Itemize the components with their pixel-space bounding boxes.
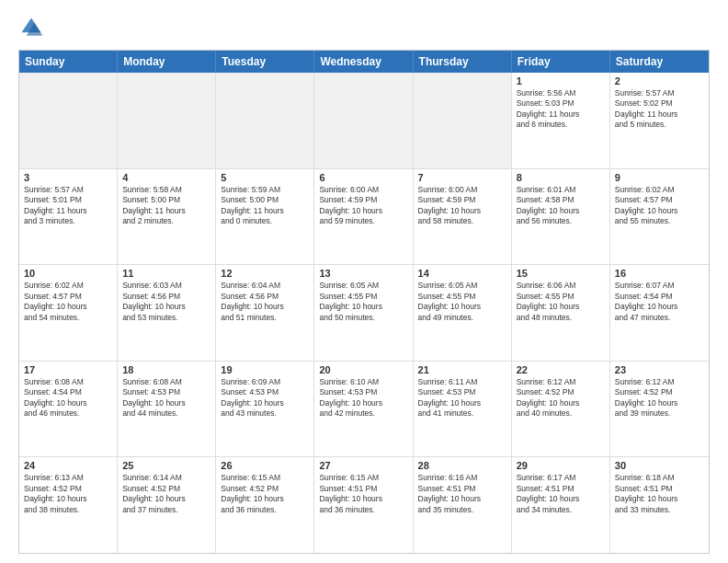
day-cell: 30Sunrise: 6:18 AMSunset: 4:51 PMDayligh… <box>610 457 709 553</box>
day-number: 10 <box>24 268 112 279</box>
day-info: Sunrise: 6:12 AMSunset: 4:52 PMDaylight:… <box>517 377 605 419</box>
day-number: 1 <box>517 75 605 86</box>
day-cell: 4Sunrise: 5:58 AMSunset: 5:00 PMDaylight… <box>118 169 216 265</box>
day-cell: 7Sunrise: 6:00 AMSunset: 4:59 PMDaylight… <box>414 169 512 265</box>
day-cell: 9Sunrise: 6:02 AMSunset: 4:57 PMDaylight… <box>610 169 709 265</box>
day-number: 23 <box>615 364 704 375</box>
day-info: Sunrise: 6:08 AMSunset: 4:54 PMDaylight:… <box>24 377 112 419</box>
day-cell: 8Sunrise: 6:01 AMSunset: 4:58 PMDaylight… <box>512 169 610 265</box>
day-info: Sunrise: 5:57 AMSunset: 5:01 PMDaylight:… <box>24 185 112 227</box>
logo <box>18 15 48 40</box>
day-info: Sunrise: 6:02 AMSunset: 4:57 PMDaylight:… <box>615 185 704 227</box>
day-cell: 10Sunrise: 6:02 AMSunset: 4:57 PMDayligh… <box>19 265 118 361</box>
day-cell: 25Sunrise: 6:14 AMSunset: 4:52 PMDayligh… <box>118 457 216 553</box>
calendar-row: 10Sunrise: 6:02 AMSunset: 4:57 PMDayligh… <box>19 265 709 362</box>
calendar-header: SundayMondayTuesdayWednesdayThursdayFrid… <box>19 51 709 73</box>
day-number: 4 <box>122 172 210 183</box>
day-info: Sunrise: 6:07 AMSunset: 4:54 PMDaylight:… <box>615 281 704 323</box>
calendar: SundayMondayTuesdayWednesdayThursdayFrid… <box>18 50 710 554</box>
day-number: 20 <box>319 364 407 375</box>
empty-cell <box>19 73 118 168</box>
empty-cell <box>216 73 314 168</box>
day-number: 25 <box>122 460 210 471</box>
day-info: Sunrise: 6:12 AMSunset: 4:52 PMDaylight:… <box>615 377 704 419</box>
day-info: Sunrise: 6:05 AMSunset: 4:55 PMDaylight:… <box>319 281 407 323</box>
day-number: 5 <box>221 172 309 183</box>
day-info: Sunrise: 6:09 AMSunset: 4:53 PMDaylight:… <box>221 377 309 419</box>
day-cell: 1Sunrise: 5:56 AMSunset: 5:03 PMDaylight… <box>512 73 610 168</box>
day-number: 2 <box>615 75 704 86</box>
day-number: 30 <box>615 460 704 471</box>
weekday-header: Sunday <box>19 51 118 73</box>
calendar-row: 24Sunrise: 6:13 AMSunset: 4:52 PMDayligh… <box>19 457 709 553</box>
day-info: Sunrise: 5:59 AMSunset: 5:00 PMDaylight:… <box>221 185 309 227</box>
day-number: 19 <box>221 364 309 375</box>
day-number: 26 <box>221 460 309 471</box>
day-info: Sunrise: 6:17 AMSunset: 4:51 PMDaylight:… <box>517 473 605 515</box>
day-info: Sunrise: 6:14 AMSunset: 4:52 PMDaylight:… <box>122 473 210 515</box>
day-info: Sunrise: 6:06 AMSunset: 4:55 PMDaylight:… <box>517 281 605 323</box>
day-cell: 24Sunrise: 6:13 AMSunset: 4:52 PMDayligh… <box>19 457 118 553</box>
day-cell: 23Sunrise: 6:12 AMSunset: 4:52 PMDayligh… <box>610 362 709 457</box>
day-cell: 19Sunrise: 6:09 AMSunset: 4:53 PMDayligh… <box>216 362 314 457</box>
empty-cell <box>414 73 512 168</box>
weekday-header: Thursday <box>414 51 512 73</box>
weekday-header: Tuesday <box>216 51 314 73</box>
day-cell: 18Sunrise: 6:08 AMSunset: 4:53 PMDayligh… <box>118 362 216 457</box>
day-info: Sunrise: 5:57 AMSunset: 5:02 PMDaylight:… <box>615 88 704 131</box>
empty-cell <box>314 73 413 168</box>
calendar-row: 3Sunrise: 5:57 AMSunset: 5:01 PMDaylight… <box>19 169 709 266</box>
day-info: Sunrise: 6:00 AMSunset: 4:59 PMDaylight:… <box>319 185 407 227</box>
day-info: Sunrise: 6:04 AMSunset: 4:56 PMDaylight:… <box>221 281 309 323</box>
day-info: Sunrise: 5:56 AMSunset: 5:03 PMDaylight:… <box>517 88 605 131</box>
day-cell: 16Sunrise: 6:07 AMSunset: 4:54 PMDayligh… <box>610 265 709 361</box>
day-cell: 14Sunrise: 6:05 AMSunset: 4:55 PMDayligh… <box>414 265 512 361</box>
logo-icon <box>18 15 44 40</box>
day-cell: 13Sunrise: 6:05 AMSunset: 4:55 PMDayligh… <box>314 265 413 361</box>
day-info: Sunrise: 6:03 AMSunset: 4:56 PMDaylight:… <box>122 281 210 323</box>
day-number: 24 <box>24 460 112 471</box>
day-info: Sunrise: 6:01 AMSunset: 4:58 PMDaylight:… <box>517 185 605 227</box>
empty-cell <box>118 73 216 168</box>
day-cell: 15Sunrise: 6:06 AMSunset: 4:55 PMDayligh… <box>512 265 610 361</box>
day-cell: 17Sunrise: 6:08 AMSunset: 4:54 PMDayligh… <box>19 362 118 457</box>
day-cell: 21Sunrise: 6:11 AMSunset: 4:53 PMDayligh… <box>414 362 512 457</box>
day-info: Sunrise: 6:00 AMSunset: 4:59 PMDaylight:… <box>418 185 506 227</box>
day-info: Sunrise: 6:15 AMSunset: 4:52 PMDaylight:… <box>221 473 309 515</box>
day-info: Sunrise: 6:08 AMSunset: 4:53 PMDaylight:… <box>122 377 210 419</box>
day-cell: 6Sunrise: 6:00 AMSunset: 4:59 PMDaylight… <box>314 169 413 265</box>
day-info: Sunrise: 6:13 AMSunset: 4:52 PMDaylight:… <box>24 473 112 515</box>
day-cell: 26Sunrise: 6:15 AMSunset: 4:52 PMDayligh… <box>216 457 314 553</box>
day-number: 11 <box>122 268 210 279</box>
day-cell: 22Sunrise: 6:12 AMSunset: 4:52 PMDayligh… <box>512 362 610 457</box>
weekday-header: Monday <box>118 51 216 73</box>
day-number: 22 <box>517 364 605 375</box>
day-number: 29 <box>517 460 605 471</box>
day-number: 7 <box>418 172 506 183</box>
day-cell: 29Sunrise: 6:17 AMSunset: 4:51 PMDayligh… <box>512 457 610 553</box>
day-cell: 2Sunrise: 5:57 AMSunset: 5:02 PMDaylight… <box>610 73 709 168</box>
day-number: 28 <box>418 460 506 471</box>
day-info: Sunrise: 6:16 AMSunset: 4:51 PMDaylight:… <box>418 473 506 515</box>
day-number: 14 <box>418 268 506 279</box>
day-number: 15 <box>517 268 605 279</box>
day-info: Sunrise: 6:11 AMSunset: 4:53 PMDaylight:… <box>418 377 506 419</box>
day-info: Sunrise: 5:58 AMSunset: 5:00 PMDaylight:… <box>122 185 210 227</box>
day-info: Sunrise: 6:15 AMSunset: 4:51 PMDaylight:… <box>319 473 407 515</box>
day-info: Sunrise: 6:18 AMSunset: 4:51 PMDaylight:… <box>615 473 704 515</box>
day-number: 13 <box>319 268 407 279</box>
day-number: 18 <box>122 364 210 375</box>
day-info: Sunrise: 6:02 AMSunset: 4:57 PMDaylight:… <box>24 281 112 323</box>
day-number: 3 <box>24 172 112 183</box>
day-number: 9 <box>615 172 704 183</box>
day-cell: 28Sunrise: 6:16 AMSunset: 4:51 PMDayligh… <box>414 457 512 553</box>
day-cell: 12Sunrise: 6:04 AMSunset: 4:56 PMDayligh… <box>216 265 314 361</box>
day-number: 12 <box>221 268 309 279</box>
day-number: 16 <box>615 268 704 279</box>
day-cell: 5Sunrise: 5:59 AMSunset: 5:00 PMDaylight… <box>216 169 314 265</box>
day-cell: 27Sunrise: 6:15 AMSunset: 4:51 PMDayligh… <box>314 457 413 553</box>
weekday-header: Friday <box>512 51 610 73</box>
day-cell: 20Sunrise: 6:10 AMSunset: 4:53 PMDayligh… <box>314 362 413 457</box>
day-number: 17 <box>24 364 112 375</box>
day-cell: 3Sunrise: 5:57 AMSunset: 5:01 PMDaylight… <box>19 169 118 265</box>
